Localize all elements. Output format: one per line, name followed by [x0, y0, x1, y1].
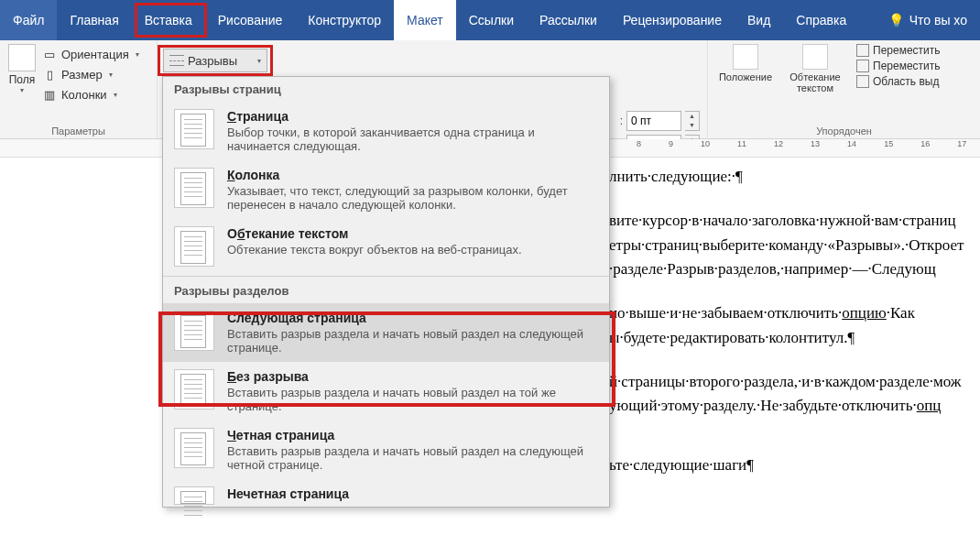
- menu-item-page[interactable]: Страница Выбор точки, в которой заканчив…: [163, 102, 609, 160]
- column-break-icon: [174, 168, 214, 208]
- position-button[interactable]: Положение: [713, 44, 778, 93]
- orientation-label: Ориентация: [61, 48, 129, 61]
- menu-header-page-breaks: Разрывы страниц: [163, 77, 609, 102]
- chevron-down-icon: ▾: [20, 86, 24, 94]
- spacing-before-label: :: [612, 115, 623, 127]
- columns-icon: ▥: [42, 87, 57, 102]
- menu-item-desc: Вставить разрыв раздела и начать новый р…: [227, 444, 598, 472]
- orientation-button[interactable]: ▭ Ориентация ▾: [40, 46, 141, 62]
- spacing-before[interactable]: : ▲▼: [612, 111, 700, 131]
- margins-button[interactable]: Поля ▾: [5, 44, 38, 103]
- continuous-icon: [174, 369, 214, 410]
- menu-item-text-wrapping[interactable]: Обтекание текстом Обтекание текста вокру…: [163, 219, 609, 274]
- tab-mailings[interactable]: Рассылки: [527, 0, 610, 40]
- bring-fwd-icon: [856, 44, 869, 57]
- send-backward-button[interactable]: Переместить: [856, 60, 975, 72]
- menu-item-desc: Вставить разрыв раздела и начать новый р…: [227, 386, 598, 413]
- tab-insert[interactable]: Вставка: [132, 0, 205, 40]
- menu-item-next-page[interactable]: Следующая страница Вставить разрыв разде…: [163, 303, 609, 362]
- send-back-label: Переместить: [873, 60, 941, 72]
- columns-label: Колонки: [61, 88, 107, 102]
- tab-file[interactable]: Файл: [0, 0, 57, 40]
- selection-label: Область выд: [873, 75, 939, 88]
- chevron-down-icon: ▾: [109, 71, 113, 79]
- menu-item-desc: Указывает, что текст, следующий за разры…: [227, 184, 598, 212]
- columns-button[interactable]: ▥ Колонки ▾: [40, 86, 141, 103]
- doc-line: лнить·следующие:·¶: [609, 165, 980, 189]
- menu-item-odd-page[interactable]: Нечетная страница: [163, 479, 609, 507]
- menu-item-desc: Обтекание текста вокруг объектов на веб-…: [227, 243, 598, 257]
- doc-line: ьте·следующие·шаги¶: [609, 453, 980, 477]
- breaks-dropdown: Разрывы страниц Страница Выбор точки, в …: [162, 76, 610, 508]
- menu-item-continuous[interactable]: Без разрыва Вставить разрыв раздела и на…: [163, 362, 609, 420]
- tab-draw[interactable]: Рисование: [205, 0, 296, 40]
- menu-item-desc: Вставить разрыв раздела и начать новый р…: [227, 327, 598, 355]
- menu-item-title: Без разрыва: [227, 369, 598, 384]
- menu-item-desc: Выбор точки, в которой заканчивается одн…: [227, 126, 598, 153]
- tab-layout[interactable]: Макет: [394, 0, 456, 40]
- margins-label: Поля: [9, 73, 36, 86]
- textwrap-break-icon: [174, 226, 214, 267]
- menu-item-even-page[interactable]: Четная страница Вставить разрыв раздела …: [163, 420, 609, 479]
- next-page-icon: [174, 311, 214, 351]
- menu-item-title: Четная страница: [227, 428, 598, 442]
- chevron-down-icon: ▾: [114, 91, 117, 99]
- tab-view[interactable]: Вид: [735, 0, 783, 40]
- tab-references[interactable]: Ссылки: [456, 0, 527, 40]
- tab-review[interactable]: Рецензирование: [610, 0, 735, 40]
- menu-item-column[interactable]: Колонка Указывает, что текст, следующий …: [163, 160, 609, 219]
- selection-pane-button[interactable]: Область выд: [856, 75, 975, 88]
- breaks-icon: [169, 55, 184, 66]
- menu-header-section-breaks: Разрывы разделов: [163, 278, 609, 303]
- bring-forward-button[interactable]: Переместить: [856, 44, 975, 57]
- odd-page-icon: [174, 486, 214, 505]
- menu-item-title: Следующая страница: [227, 311, 598, 325]
- wrap-icon: [802, 44, 828, 70]
- doc-line: но·выше·и·не·забываем·отключить·опцию·Ка…: [609, 301, 980, 350]
- group-page-setup: Поля ▾ ▭ Ориентация ▾ ▯ Размер ▾ ▥ Колон…: [0, 40, 158, 138]
- ribbon-tabs: Файл Главная Вставка Рисование Конструкт…: [0, 0, 980, 40]
- tab-design[interactable]: Конструктор: [295, 0, 394, 40]
- group-page-setup-label: Параметры: [0, 126, 157, 137]
- doc-line: вите·курсор·в·начало·заголовка·нужной·ва…: [609, 209, 980, 281]
- position-label: Положение: [719, 71, 772, 82]
- lightbulb-icon: 💡: [888, 13, 904, 27]
- breaks-label: Разрывы: [188, 54, 237, 68]
- wrap-text-button[interactable]: Обтекание текстом: [783, 44, 847, 93]
- breaks-button[interactable]: Разрывы ▾: [163, 49, 267, 72]
- size-icon: ▯: [42, 67, 57, 82]
- page-break-icon: [174, 109, 214, 149]
- chevron-down-icon: ▾: [257, 57, 261, 65]
- wrap-label: Обтекание текстом: [783, 71, 847, 93]
- menu-item-title: Нечетная страница: [227, 486, 598, 501]
- bring-fwd-label: Переместить: [873, 44, 941, 57]
- chevron-down-icon: ▾: [136, 50, 139, 59]
- size-label: Размер: [61, 68, 103, 82]
- highlight-breaks-button: Разрывы ▾: [158, 45, 273, 76]
- spinner-buttons[interactable]: ▲▼: [685, 111, 700, 131]
- orientation-icon: ▭: [42, 47, 57, 61]
- tell-me[interactable]: 💡 Что вы хо: [876, 0, 980, 40]
- send-back-icon: [856, 60, 869, 72]
- tab-help[interactable]: Справка: [783, 0, 859, 40]
- menu-item-title: Страница: [227, 109, 598, 124]
- menu-item-title: Обтекание текстом: [227, 226, 598, 241]
- margins-icon: [8, 44, 36, 71]
- menu-item-title: Колонка: [227, 168, 598, 182]
- selection-icon: [856, 75, 869, 88]
- position-icon: [733, 44, 758, 70]
- even-page-icon: [174, 428, 214, 468]
- tab-home[interactable]: Главная: [57, 0, 131, 40]
- group-arrange: Положение Обтекание текстом Переместить …: [707, 40, 980, 138]
- size-button[interactable]: ▯ Размер ▾: [40, 66, 141, 82]
- doc-line: й·страницы·второго·раздела,·и·в·каждом·р…: [609, 370, 980, 419]
- spacing-before-input[interactable]: [626, 111, 681, 131]
- tell-me-label: Что вы хо: [909, 13, 967, 27]
- menu-separator: [163, 276, 609, 277]
- group-arrange-label: Упорядочен: [708, 126, 980, 137]
